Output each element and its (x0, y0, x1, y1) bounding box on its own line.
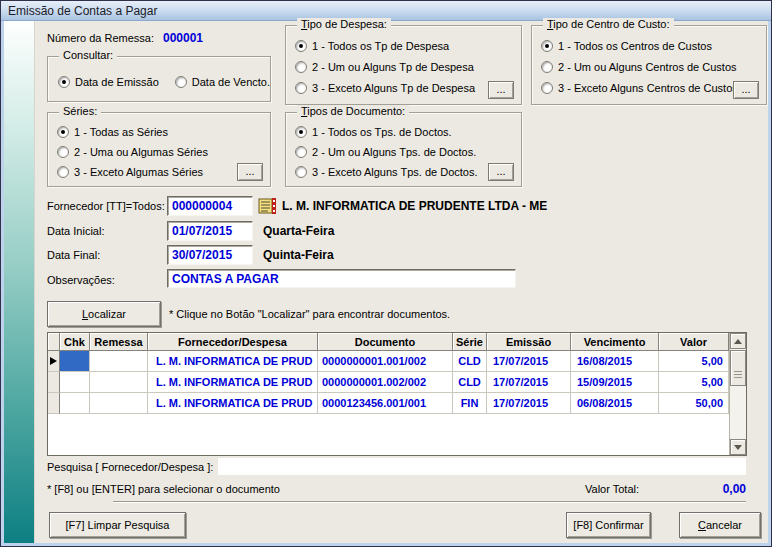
data-final-weekday: Quinta-Feira (263, 248, 334, 262)
radio-off-icon (541, 61, 553, 73)
vencimento-cell: 16/08/2015 (571, 351, 659, 372)
group-series: Séries: 1 - Todas as Séries 2 - Uma ou A… (47, 112, 271, 187)
group-tipo-despesa-title: Tipo de Despesa: (297, 18, 391, 30)
radio-centro-custo-3[interactable]: 3 - Exceto Alguns Centros de Custos (532, 77, 762, 98)
col-header-remessa: Remessa (90, 333, 148, 351)
scrollbar-thumb[interactable] (730, 350, 746, 386)
col-header-chk: Chk (60, 333, 90, 351)
radio-tps-doctos-1[interactable]: 1 - Todos os Tps. de Doctos. (286, 122, 517, 142)
remessa-cell (90, 393, 148, 414)
data-final-input[interactable]: 30/07/2015 (167, 245, 253, 265)
chk-cell[interactable] (60, 372, 90, 393)
serie-cell: CLD (453, 351, 487, 372)
window-frame-right (768, 21, 771, 546)
row-arrow-icon (50, 357, 57, 365)
valor-total-value: 0,00 (666, 482, 746, 496)
radio-off-icon (295, 82, 307, 94)
app-window: Emissão de Contas a Pagar Número da Reme… (0, 0, 772, 547)
thumb-grip-icon (734, 371, 742, 379)
radio-centro-custo-1[interactable]: 1 - Todos os Centros de Custos (532, 35, 762, 56)
radio-on-icon (57, 126, 69, 138)
limpar-pesquisa-label: [F7] Limpar Pesquisa (66, 519, 170, 531)
grid-row-2[interactable]: L. M. INFORMATICA DE PRUD 0000000001.002… (48, 372, 746, 393)
documents-grid: Chk Remessa Fornecedor/Despesa Documento… (47, 332, 747, 456)
radio-label: 2 - Um ou Alguns Tps. de Doctos. (312, 146, 476, 158)
radio-series-1[interactable]: 1 - Todas as Séries (48, 122, 266, 142)
confirmar-button[interactable]: [F8] Confirmar (566, 512, 651, 538)
localizar-button-label: Localizar (82, 308, 126, 320)
centro-custo-more-button[interactable]: ... (733, 81, 759, 99)
group-tipos-documento: Tipos de Documento: 1 - Todos os Tps. de… (285, 112, 522, 187)
radio-tps-doctos-3[interactable]: 3 - Exceto Alguns Tps. de Doctos. (286, 162, 517, 182)
radio-label: 2 - Um ou Alguns Centros de Custos (558, 61, 737, 73)
vencimento-cell: 06/08/2015 (571, 393, 659, 414)
fornecedor-cell: L. M. INFORMATICA DE PRUD (148, 351, 318, 372)
col-header-documento: Documento (318, 333, 453, 351)
grid-row-1[interactable]: L. M. INFORMATICA DE PRUD 0000000001.001… (48, 351, 746, 372)
radio-data-emissao[interactable]: Data de Emissão (58, 72, 159, 93)
radio-label: 1 - Todos os Tp de Despesa (312, 40, 449, 52)
selection-hint: * [F8] ou [ENTER] para selecionar o docu… (47, 483, 280, 495)
pesquisa-input[interactable] (218, 458, 746, 475)
fornecedor-cell: L. M. INFORMATICA DE PRUD (148, 372, 318, 393)
observacoes-label: Observações: (47, 274, 115, 286)
chk-cell-selected[interactable] (60, 351, 90, 372)
data-inicial-label: Data Inicial: (47, 225, 104, 237)
col-header-indicator (48, 333, 60, 351)
row-indicator (48, 393, 60, 414)
series-more-button[interactable]: ... (237, 163, 263, 181)
col-header-fornecedor: Fornecedor/Despesa (148, 333, 318, 351)
localizar-hint: * Clique no Botão "Localizar" para encon… (169, 308, 450, 320)
radio-label: 2 - Uma ou Algumas Séries (74, 146, 208, 158)
valor-total-label: Valor Total: (585, 483, 639, 495)
radio-tp-despesa-2[interactable]: 2 - Um ou Alguns Tp de Despesa (286, 56, 517, 77)
grid-header-row: Chk Remessa Fornecedor/Despesa Documento… (48, 333, 746, 351)
tipos-documento-more-button[interactable]: ... (488, 163, 514, 181)
radio-centro-custo-2[interactable]: 2 - Um ou Alguns Centros de Custos (532, 56, 762, 77)
serie-cell: CLD (453, 372, 487, 393)
radio-series-3[interactable]: 3 - Exceto Algumas Séries (48, 162, 266, 182)
cancelar-button[interactable]: Cancelar (679, 512, 761, 538)
supplier-lookup-icon[interactable] (258, 197, 278, 215)
col-header-emissao: Emissão (487, 333, 571, 351)
grid-row-3[interactable]: L. M. INFORMATICA DE PRUD 0000123456.001… (48, 393, 746, 414)
radio-off-icon (541, 82, 553, 94)
current-row-indicator (48, 351, 60, 372)
radio-off-icon (295, 146, 307, 158)
data-inicial-input[interactable]: 01/07/2015 (167, 221, 253, 241)
valor-cell: 5,00 (659, 351, 729, 372)
documento-cell: 0000123456.001/001 (318, 393, 453, 414)
col-header-valor: Valor (659, 333, 729, 351)
fornecedor-cell: L. M. INFORMATICA DE PRUD (148, 393, 318, 414)
arrow-down-icon (734, 445, 742, 450)
pesquisa-label: Pesquisa [ Fornecedor/Despesa ]: (47, 461, 213, 473)
radio-label: 2 - Um ou Alguns Tp de Despesa (312, 61, 474, 73)
scroll-down-button[interactable] (730, 439, 746, 455)
valor-cell: 50,00 (659, 393, 729, 414)
serie-cell: FIN (453, 393, 487, 414)
grid-vertical-scrollbar[interactable] (729, 333, 746, 455)
group-tipos-documento-title: Tipos de Documento: (297, 105, 409, 117)
localizar-button[interactable]: Localizar (47, 301, 161, 327)
scroll-up-button[interactable] (730, 333, 746, 349)
observacoes-input[interactable]: CONTAS A PAGAR (167, 269, 516, 288)
emissao-cell: 17/07/2015 (487, 372, 571, 393)
chk-cell[interactable] (60, 393, 90, 414)
radio-data-vencto[interactable]: Data de Vencto. (175, 72, 270, 93)
radio-tp-despesa-1[interactable]: 1 - Todos os Tp de Despesa (286, 35, 517, 56)
fornecedor-code-input[interactable]: 000000004 (167, 196, 253, 216)
limpar-pesquisa-button[interactable]: [F7] Limpar Pesquisa (49, 512, 186, 538)
valor-cell: 5,00 (659, 372, 729, 393)
radio-label: 3 - Exceto Alguns Tps. de Doctos. (312, 166, 478, 178)
arrow-up-icon (734, 339, 742, 344)
radio-off-icon (57, 146, 69, 158)
radio-series-2[interactable]: 2 - Uma ou Algumas Séries (48, 142, 266, 162)
radio-tps-doctos-2[interactable]: 2 - Um ou Alguns Tps. de Doctos. (286, 142, 517, 162)
row-indicator (48, 372, 60, 393)
group-consultar-title: Consultar: (59, 49, 117, 61)
radio-label: 3 - Exceto Alguns Centros de Custos (558, 82, 738, 94)
data-inicial-weekday: Quarta-Feira (263, 224, 334, 238)
radio-tp-despesa-3[interactable]: 3 - Exceto Alguns Tp de Despesa (286, 77, 517, 98)
radio-label: Data de Emissão (75, 76, 159, 88)
tipo-despesa-more-button[interactable]: ... (488, 81, 514, 99)
